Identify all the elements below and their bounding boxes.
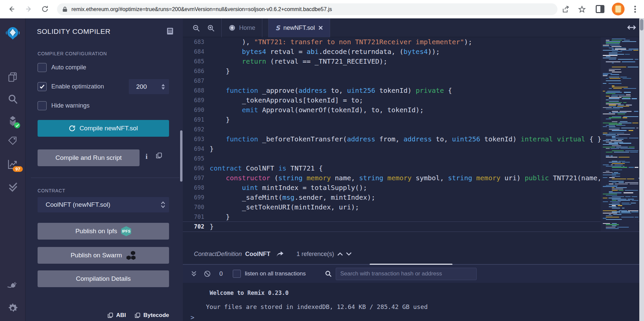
listen-transactions-checkbox[interactable]: [233, 270, 241, 278]
terminal-search-icon: [325, 270, 332, 277]
code-line-694: 694}: [183, 144, 639, 154]
static-analysis-icon[interactable]: 97: [0, 157, 25, 172]
file-explorer-icon[interactable]: [0, 70, 25, 84]
compile-button-label: Compile newNFT.sol: [79, 125, 138, 132]
code-line-692: 692: [183, 125, 639, 134]
settings-icon[interactable]: [0, 301, 25, 316]
code-line-695: 695: [183, 154, 639, 164]
config-section-label: COMPILER CONFIGURATION: [38, 51, 107, 56]
zoom-in-icon[interactable]: [206, 23, 216, 33]
code-line-687: 687: [183, 76, 639, 86]
share-icon[interactable]: [561, 4, 571, 14]
hide-warnings-checkbox[interactable]: [38, 101, 47, 110]
unit-testing-icon[interactable]: [0, 179, 25, 194]
contract-select[interactable]: CoolNFT (newNFT.sol): [38, 197, 169, 212]
publish-ipfs-button[interactable]: Publish on Ipfs IPFS: [38, 223, 169, 240]
remix-logo[interactable]: [0, 26, 25, 41]
publish-swarm-button[interactable]: Publish on Swarm: [38, 247, 169, 264]
compilation-details-label: Compilation Details: [76, 275, 131, 282]
code-line-686: 686 }: [183, 66, 639, 76]
panel-title: SOLIDITY COMPILER: [37, 27, 110, 36]
code-line-683: 683 ), "TNT721: transfer to non TNT721Re…: [183, 37, 639, 47]
browser-toolbar: remix.ethereum.org/#optimize=true&runs=2…: [0, 0, 644, 18]
tab-home-label: Home: [239, 24, 255, 31]
code-line-693: 693 function _beforeTokenTransfer(addres…: [183, 134, 639, 144]
pending-tx-count: 0: [219, 270, 223, 277]
browser-sidepanel-icon[interactable]: [596, 5, 604, 13]
runs-value: 200: [136, 83, 147, 90]
copy-bytecode-button[interactable]: Bytecode: [135, 312, 169, 319]
zoom-out-icon[interactable]: [191, 23, 201, 33]
compiled-check-badge: [14, 122, 20, 128]
browser-menu-icon[interactable]: [634, 5, 636, 14]
code-line-698: 698 uint mintIndex = totalSupply();: [183, 183, 639, 193]
panel-scrollbar-thumb[interactable]: [180, 130, 182, 182]
hide-warnings-row: Hide warnings: [38, 101, 90, 110]
tab-home[interactable]: Home: [221, 18, 262, 37]
remix-home-icon: [228, 24, 236, 31]
panel-divider: [31, 178, 179, 178]
tab-newnft-label: newNFT.sol: [283, 24, 315, 31]
terminal-output: Welcome to Remix 0.23.0 Your files are s…: [183, 283, 639, 321]
expand-horizontal-icon[interactable]: [627, 24, 636, 31]
search-icon[interactable]: [0, 92, 25, 107]
back-icon[interactable]: [7, 4, 16, 14]
code-editor[interactable]: 683 ), "TNT721: transfer to non TNT721Re…: [183, 37, 639, 248]
reference-up-icon[interactable]: [337, 252, 343, 256]
goto-reference-icon[interactable]: [276, 251, 284, 257]
code-line-697: 697 constructor (string memory name, str…: [183, 173, 639, 183]
url-text: remix.ethereum.org/#optimize=true&runs=2…: [71, 6, 332, 12]
listen-transactions-label: listen on all transactions: [245, 270, 306, 277]
info-icon[interactable]: i: [146, 152, 148, 161]
clear-console-icon[interactable]: [204, 270, 211, 277]
minimap[interactable]: [601, 37, 638, 232]
terminal-prompt[interactable]: >: [191, 314, 194, 321]
compile-and-run-label: Compile and Run script: [55, 154, 121, 162]
auto-compile-checkbox[interactable]: [38, 63, 47, 72]
remix-ide-window: remix.ethereum.org/#optimize=true&runs=2…: [0, 0, 644, 321]
bookmark-star-icon[interactable]: [577, 4, 587, 14]
auto-compile-label: Auto compile: [51, 64, 86, 71]
compile-and-run-button[interactable]: Compile and Run script: [38, 149, 140, 166]
compilation-details-button[interactable]: Compilation Details: [38, 270, 169, 287]
copy-abi-button[interactable]: ABI: [107, 312, 126, 319]
solidity-compiler-icon[interactable]: [0, 114, 25, 128]
deploy-run-icon[interactable]: [0, 134, 25, 148]
code-line-702: 702}: [183, 221, 639, 232]
runs-stepper-icon[interactable]: [161, 84, 165, 89]
collapse-terminal-icon[interactable]: [191, 271, 197, 277]
page-scrollbar[interactable]: [639, 18, 644, 321]
changelog-icon[interactable]: [166, 27, 174, 35]
compile-refresh-icon: [69, 125, 75, 132]
code-line-690: 690 emit Approval(ownerOf(tokenId), to, …: [183, 105, 639, 115]
compile-button[interactable]: Compile newNFT.sol: [38, 120, 169, 137]
copy-icon[interactable]: [156, 152, 162, 159]
plugin-manager-icon[interactable]: [0, 278, 25, 293]
icon-rail: 97: [0, 18, 25, 321]
swarm-icon: [126, 251, 136, 260]
solidity-file-icon: S: [275, 24, 280, 31]
enable-optimization-row: Enable optimization: [38, 82, 104, 91]
code-lines: 683 ), "TNT721: transfer to non TNT721Re…: [183, 37, 639, 232]
terminal-search-input[interactable]: [336, 268, 477, 280]
tab-newnft[interactable]: S newNFT.sol: [268, 18, 330, 37]
terminal-storage-line: Your files are stored in indexedDB, 12.6…: [206, 303, 428, 310]
abi-bytecode-row: ABI Bytecode: [38, 312, 169, 319]
contract-selected-value: CoolNFT (newNFT.sol): [46, 201, 110, 208]
reload-icon[interactable]: [40, 4, 50, 14]
reference-down-icon[interactable]: [346, 252, 352, 256]
page-scrollbar-thumb[interactable]: [640, 19, 643, 30]
editor-region: Home S newNFT.sol 683 ), "TNT721: transf…: [183, 18, 639, 321]
tab-close-icon[interactable]: [318, 25, 323, 30]
contract-select-arrows-icon: [161, 202, 165, 208]
enable-optimization-checkbox[interactable]: [38, 82, 47, 91]
profile-avatar[interactable]: [612, 3, 625, 15]
address-bar[interactable]: remix.ethereum.org/#optimize=true&runs=2…: [57, 3, 557, 15]
code-line-696: 696contract CoolNFT is TNT721 {: [183, 164, 639, 173]
editor-breadcrumb: ContractDefinition CoolNFT 1 reference(s…: [183, 248, 639, 260]
forward-icon[interactable]: [24, 4, 34, 14]
optimization-runs-input[interactable]: 200: [129, 79, 169, 94]
auto-compile-row: Auto compile: [38, 63, 86, 72]
abi-label: ABI: [116, 312, 126, 319]
breadcrumb-references: 1 reference(s): [297, 251, 334, 258]
